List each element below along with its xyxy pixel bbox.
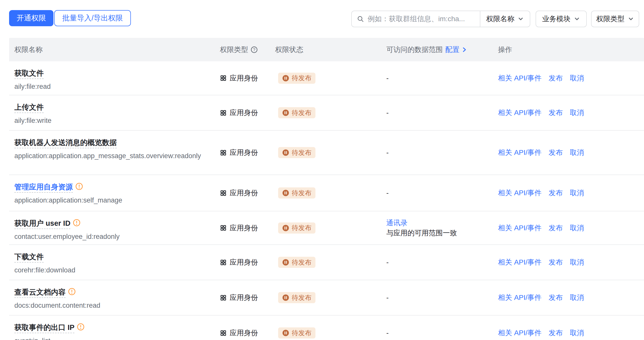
open-permission-button[interactable]: 开通权限 — [9, 10, 53, 26]
action-cancel[interactable]: 取消 — [570, 293, 584, 302]
table-row: 查看云文档内容 docs:document.content:read 应用身份 — [9, 280, 644, 316]
action-cancel[interactable]: 取消 — [570, 223, 584, 233]
row-actions: 相关 API/事件发布取消 — [498, 131, 644, 175]
table-row: 上传文件 aily:file:write 应用身份 — [9, 95, 644, 131]
action-related-api-events[interactable]: 相关 API/事件 — [498, 148, 542, 157]
action-publish[interactable]: 发布 — [549, 293, 563, 302]
column-header-data-scope: 可访问的数据范围 — [386, 45, 443, 54]
configure-link[interactable]: 配置 — [445, 45, 467, 54]
pause-icon — [282, 259, 289, 266]
table-row: 管理应用自身资源 application:application:self_ma… — [9, 175, 644, 211]
data-scope-cell: 通讯录与应用的可用范围一致 — [386, 211, 498, 244]
status-badge-label: 待发布 — [292, 293, 311, 302]
action-related-api-events[interactable]: 相关 API/事件 — [498, 188, 542, 198]
app-grid-icon — [220, 259, 227, 266]
app-grid-icon — [220, 109, 227, 116]
row-actions: 相关 API/事件发布取消 — [498, 280, 644, 315]
action-publish[interactable]: 发布 — [549, 258, 563, 267]
warning-icon[interactable] — [68, 288, 76, 295]
pause-icon — [282, 224, 289, 232]
action-publish[interactable]: 发布 — [549, 148, 563, 157]
permission-type-label: 应用身份 — [230, 148, 258, 157]
data-scope-note: 与应用的可用范围一致 — [386, 228, 498, 238]
table-row: 获取文件 aily:file:read 应用身份 — [9, 61, 644, 95]
permission-title[interactable]: 获取事件的出口 IP — [14, 323, 74, 333]
data-scope-empty: - — [386, 328, 498, 338]
warning-icon[interactable] — [77, 323, 84, 331]
permission-type-label: 应用身份 — [230, 258, 258, 267]
table-header: 权限名称 权限类型 ? 权限状态 可访问的数据范围 配置 操作 — [9, 38, 644, 61]
filter-business-module[interactable]: 业务模块 — [536, 11, 587, 27]
permission-code: aily:file:read — [14, 82, 212, 91]
data-scope-empty: - — [386, 257, 498, 267]
app-grid-icon — [220, 224, 227, 231]
chevron-down-icon — [574, 16, 580, 22]
action-related-api-events[interactable]: 相关 API/事件 — [498, 258, 542, 267]
filter-business-module-label: 业务模块 — [542, 14, 571, 24]
permission-type-label: 应用身份 — [230, 293, 258, 302]
permission-code: docs:document.content:read — [14, 301, 212, 310]
action-cancel[interactable]: 取消 — [570, 108, 584, 118]
action-related-api-events[interactable]: 相关 API/事件 — [498, 223, 542, 233]
permission-title[interactable]: 管理应用自身资源 — [14, 183, 73, 193]
permission-code: contact:user.employee_id:readonly — [14, 232, 212, 241]
permission-title[interactable]: 查看云文档内容 — [14, 288, 66, 298]
pause-icon — [282, 149, 289, 156]
action-cancel[interactable]: 取消 — [570, 188, 584, 198]
app-grid-icon — [220, 294, 227, 301]
warning-icon[interactable] — [75, 183, 83, 190]
search-input[interactable] — [368, 15, 476, 23]
permission-title[interactable]: 获取文件 — [14, 69, 44, 79]
action-cancel[interactable]: 取消 — [570, 328, 584, 338]
action-related-api-events[interactable]: 相关 API/事件 — [498, 293, 542, 302]
action-publish[interactable]: 发布 — [549, 108, 563, 118]
status-badge: 待发布 — [278, 187, 315, 199]
table-row: 获取用户 user ID contact:user.employee_id:re… — [9, 211, 644, 245]
permission-code: application:application.app_message_stat… — [14, 151, 212, 161]
status-badge: 待发布 — [278, 257, 315, 268]
filter-permission-type[interactable]: 权限类型 — [591, 11, 639, 27]
action-publish[interactable]: 发布 — [549, 73, 563, 83]
chevron-right-icon — [461, 46, 467, 53]
permission-title[interactable]: 上传文件 — [14, 103, 44, 113]
search-field-selector-label: 权限名称 — [486, 14, 514, 24]
action-publish[interactable]: 发布 — [549, 328, 563, 338]
search-field-selector[interactable]: 权限名称 — [480, 11, 530, 27]
search-box[interactable]: 权限名称 — [351, 11, 530, 27]
action-related-api-events[interactable]: 相关 API/事件 — [498, 73, 542, 83]
permission-code: event:ip_list — [14, 336, 212, 340]
batch-import-export-button[interactable]: 批量导入/导出权限 — [54, 10, 131, 26]
row-actions: 相关 API/事件发布取消 — [498, 95, 644, 130]
data-scope-link[interactable]: 通讯录 — [386, 218, 498, 228]
app-grid-icon — [220, 330, 227, 336]
data-scope-cell: - — [386, 245, 498, 280]
status-badge-label: 待发布 — [292, 329, 311, 337]
status-badge-label: 待发布 — [292, 223, 311, 232]
action-cancel[interactable]: 取消 — [570, 148, 584, 157]
action-related-api-events[interactable]: 相关 API/事件 — [498, 108, 542, 118]
row-actions: 相关 API/事件发布取消 — [498, 61, 644, 95]
pause-icon — [282, 329, 289, 336]
action-cancel[interactable]: 取消 — [570, 73, 584, 83]
permission-table-body: 获取文件 aily:file:read 应用身份 — [9, 61, 644, 340]
svg-text:?: ? — [253, 47, 255, 52]
permission-type-label: 应用身份 — [230, 73, 258, 83]
permission-title[interactable]: 下载文件 — [14, 253, 44, 263]
permission-type-label: 应用身份 — [230, 223, 258, 233]
action-publish[interactable]: 发布 — [549, 188, 563, 198]
table-row: 下载文件 corehr:file:download 应用身份 — [9, 245, 644, 280]
action-related-api-events[interactable]: 相关 API/事件 — [498, 328, 542, 338]
warning-icon[interactable] — [73, 219, 80, 226]
table-row: 获取机器人发送消息的概览数据 application:application.a… — [9, 131, 644, 175]
permission-title[interactable]: 获取机器人发送消息的概览数据 — [14, 138, 117, 148]
action-publish[interactable]: 发布 — [549, 223, 563, 233]
help-icon[interactable]: ? — [251, 46, 258, 53]
filter-permission-type-label: 权限类型 — [596, 14, 625, 24]
permission-type-label: 应用身份 — [230, 108, 258, 118]
data-scope-cell: - — [386, 175, 498, 211]
permission-title[interactable]: 获取用户 user ID — [14, 219, 70, 229]
action-cancel[interactable]: 取消 — [570, 258, 584, 267]
data-scope-cell: - — [386, 280, 498, 315]
column-header-permission-type: 权限类型 — [220, 45, 248, 54]
column-header-permission-status: 权限状态 — [275, 45, 386, 54]
